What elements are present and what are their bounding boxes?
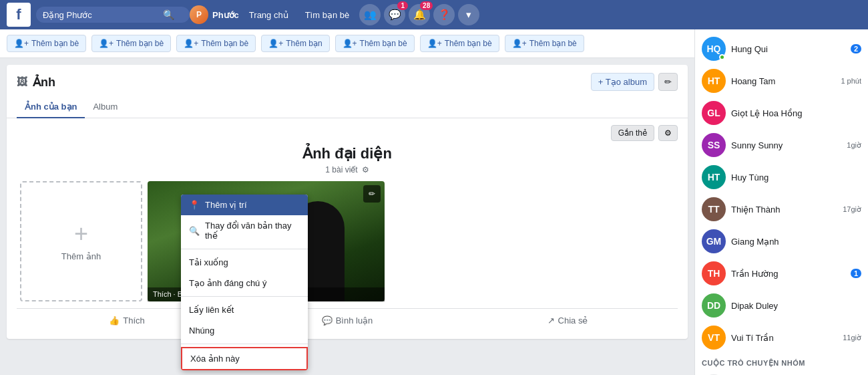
menu-item-add-location[interactable]: 📍 Thêm vị trí bbox=[181, 195, 308, 215]
search-bar[interactable]: 🔍 bbox=[36, 7, 190, 23]
facebook-logo: f bbox=[7, 3, 31, 27]
menu-item-download[interactable]: Tải xuống bbox=[181, 252, 308, 273]
menu-item-alt-text[interactable]: 🔍 Thay đổi văn bản thay thế bbox=[181, 215, 308, 246]
chat-contact-3[interactable]: SS Sunny Sunny 1giờ bbox=[695, 129, 868, 161]
post-settings-button[interactable]: ⚙ bbox=[658, 125, 678, 141]
menu-item-delete[interactable]: Xóa ảnh này ➡ ✋ bbox=[181, 347, 308, 370]
photo-edit-button[interactable]: ✏ bbox=[363, 185, 381, 203]
chat-name: Trần Hường bbox=[731, 269, 845, 279]
chat-time: 1giờ bbox=[847, 141, 861, 150]
add-friend-btn-3[interactable]: 👤+ Thêm bạn bè bbox=[176, 35, 256, 52]
search-input[interactable] bbox=[43, 10, 163, 20]
add-friend-label-3: Thêm bạn bè bbox=[201, 39, 248, 48]
chat-avatar: HT bbox=[702, 165, 726, 189]
nav-find-friends-link[interactable]: Tìm bạn bè bbox=[298, 6, 357, 24]
photo-post: Gắn thẻ ⚙ Ảnh đại diện 1 bài viết ⚙ + Th… bbox=[7, 118, 688, 339]
nav-home-link[interactable]: Trang chủ bbox=[242, 6, 295, 24]
post-meta: 1 bài viết ⚙ bbox=[17, 165, 678, 174]
add-friend-icon-1: 👤+ bbox=[14, 39, 29, 48]
chat-badge: 1 bbox=[851, 269, 861, 278]
add-friend-label-4: Thêm bạn bbox=[286, 39, 322, 48]
chat-contact-7[interactable]: TH Trần Hường 1 bbox=[695, 257, 868, 289]
add-friend-icon-7: 👤+ bbox=[512, 39, 527, 48]
menu-label-download: Tải xuống bbox=[189, 257, 228, 267]
chat-time: 17giờ bbox=[843, 205, 861, 214]
comment-icon: 💬 bbox=[322, 316, 333, 326]
post-meta-count: 1 bài viết bbox=[325, 165, 357, 174]
add-friend-btn-7[interactable]: 👤+ Thêm bạn bè bbox=[505, 35, 584, 52]
chat-avatar: GL bbox=[702, 101, 726, 125]
photos-icon: 🖼 bbox=[17, 76, 27, 88]
chat-contact-9[interactable]: VT Vui Tí Trần 11giờ bbox=[695, 322, 868, 354]
notifications-icon-btn[interactable]: 🔔 28 bbox=[409, 4, 430, 25]
create-album-button[interactable]: + Tạo album bbox=[591, 73, 654, 91]
alt-text-icon: 🔍 bbox=[189, 226, 200, 236]
chat-avatar: HQ bbox=[702, 37, 726, 61]
menu-divider-1 bbox=[181, 249, 308, 249]
chat-name: Hoang Tam bbox=[731, 76, 835, 86]
nav-user[interactable]: P Phước bbox=[190, 5, 239, 24]
notifications-badge: 28 bbox=[420, 1, 433, 10]
chat-contact-6[interactable]: GM Giang Mạnh bbox=[695, 225, 868, 257]
menu-divider-3 bbox=[181, 344, 308, 344]
content-area: 👤+ Thêm bạn bè 👤+ Thêm bạn bè 👤+ Thêm bạ… bbox=[0, 29, 694, 375]
menu-divider-2 bbox=[181, 296, 308, 297]
menu-item-get-link[interactable]: Lấy liên kết bbox=[181, 299, 308, 320]
add-friend-btn-4[interactable]: 👤+ Thêm bạn bbox=[261, 35, 329, 52]
chat-contact-1[interactable]: HT Hoang Tam 1 phút bbox=[695, 65, 868, 97]
photos-header: 🖼 Ảnh + Tạo album ✏ bbox=[7, 65, 688, 91]
add-friend-btn-6[interactable]: 👤+ Thêm bạn bè bbox=[420, 35, 499, 52]
chat-contact-8[interactable]: DD Dipak Duley bbox=[695, 289, 868, 322]
chat-name: Giang Mạnh bbox=[731, 237, 861, 247]
add-friend-label-7: Thêm bạn bè bbox=[529, 39, 577, 48]
add-friend-btn-1[interactable]: 👤+ Thêm bạn bè bbox=[7, 35, 86, 52]
add-photo-plus-icon: + bbox=[74, 222, 88, 246]
chat-avatar: VT bbox=[702, 326, 726, 350]
menu-label-alt-text: Thay đổi văn bản thay thế bbox=[205, 221, 300, 241]
post-toolbar: Gắn thẻ ⚙ bbox=[17, 125, 678, 141]
chat-name: Huy Tùng bbox=[731, 172, 861, 182]
dropdown-icon-btn[interactable]: ▾ bbox=[458, 4, 479, 25]
group-chat-section-label: CUỘC TRÒ CHUYỆN NHÓM bbox=[695, 354, 868, 370]
help-icon-btn[interactable]: ❓ bbox=[433, 4, 455, 25]
post-title: Ảnh đại diện bbox=[17, 145, 678, 162]
chat-contact-4[interactable]: HT Huy Tùng bbox=[695, 161, 868, 193]
photos-section-title: Ảnh bbox=[33, 75, 55, 90]
add-photo-box[interactable]: + Thêm ảnh bbox=[20, 181, 142, 301]
menu-item-embed[interactable]: Nhúng bbox=[181, 320, 308, 341]
edit-photos-button[interactable]: ✏ bbox=[658, 73, 678, 91]
like-icon: 👍 bbox=[109, 316, 120, 326]
photos-actions: + Tạo album ✏ bbox=[591, 73, 678, 91]
share-button[interactable]: ↗ Chia sẻ bbox=[457, 311, 678, 330]
menu-label-delete: Xóa ảnh này bbox=[190, 354, 240, 364]
chat-avatar: GM bbox=[702, 229, 726, 253]
tab-albums[interactable]: Album bbox=[85, 96, 126, 118]
top-navigation: f 🔍 P Phước Trang chủ Tìm bạn bè 👥 💬 1 🔔… bbox=[0, 0, 868, 29]
online-indicator bbox=[719, 54, 725, 60]
messages-icon-btn[interactable]: 💬 1 bbox=[384, 4, 405, 25]
chat-contact-5[interactable]: TT Thiện Thành 17giờ bbox=[695, 193, 868, 225]
tag-button[interactable]: Gắn thẻ bbox=[611, 125, 654, 141]
post-meta-gear-icon[interactable]: ⚙ bbox=[362, 165, 369, 174]
add-friend-btn-5[interactable]: 👤+ Thêm bạn bè bbox=[335, 35, 415, 52]
menu-label-embed: Nhúng bbox=[189, 326, 214, 336]
main-wrapper: 👤+ Thêm bạn bè 👤+ Thêm bạn bè 👤+ Thêm bạ… bbox=[0, 29, 868, 375]
add-friend-label-2: Thêm bạn bè bbox=[116, 39, 164, 48]
create-group-btn[interactable]: 👥 Tạo nhóm mới bbox=[695, 370, 868, 375]
add-friend-label-5: Thêm bạn bè bbox=[360, 39, 407, 48]
photos-grid: + Thêm ảnh ✏ Thích · Bình luận bbox=[17, 181, 678, 308]
tab-my-photos[interactable]: Ảnh của bạn bbox=[17, 96, 85, 118]
chat-time: 1 phút bbox=[841, 77, 861, 85]
menu-item-featured[interactable]: Tạo ảnh đáng chú ý bbox=[181, 273, 308, 293]
search-icon: 🔍 bbox=[163, 9, 174, 20]
people-icon-btn[interactable]: 👥 bbox=[359, 4, 381, 25]
add-friend-btn-2[interactable]: 👤+ Thêm bạn bè bbox=[91, 35, 171, 52]
chat-contact-0[interactable]: HQ Hung Qui 2 bbox=[695, 33, 868, 65]
context-menu: 📍 Thêm vị trí 🔍 Thay đổi văn bản thay th… bbox=[181, 195, 308, 370]
contacts-list: HQ Hung Qui 2 HT Hoang Tam 1 phút GL Giọ… bbox=[695, 33, 868, 354]
share-label: Chia sẻ bbox=[558, 316, 588, 326]
nav-links: P Phước Trang chủ Tìm bạn bè 👥 💬 1 🔔 28 … bbox=[190, 4, 479, 25]
share-icon: ↗ bbox=[548, 316, 555, 326]
add-friend-icon-4: 👤+ bbox=[268, 39, 283, 48]
chat-contact-2[interactable]: GL Giọt Lệ Hoa Hồng bbox=[695, 97, 868, 129]
